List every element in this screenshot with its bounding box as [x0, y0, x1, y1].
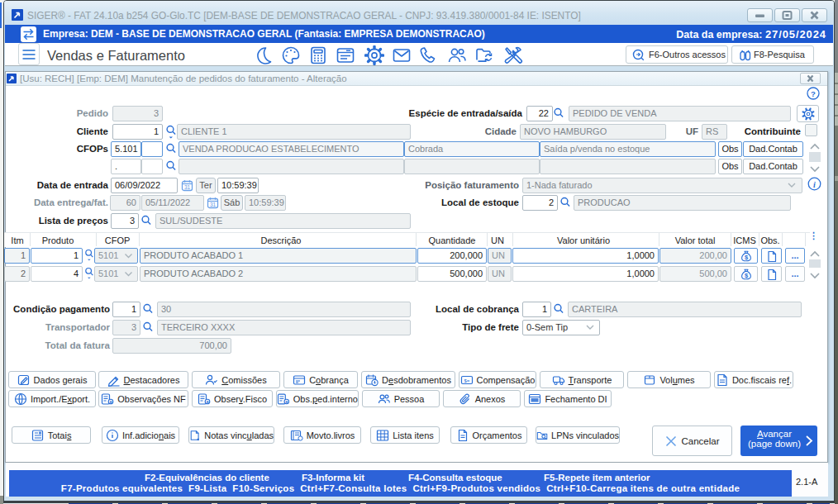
svg-text:i: i	[813, 180, 816, 189]
svg-text:31: 31	[184, 184, 191, 190]
svg-text:$=: $=	[464, 378, 469, 383]
svg-text:$: $	[744, 272, 748, 279]
svg-text:31: 31	[210, 202, 217, 207]
svg-text:?: ?	[811, 89, 816, 98]
svg-text:$: $	[744, 254, 748, 261]
